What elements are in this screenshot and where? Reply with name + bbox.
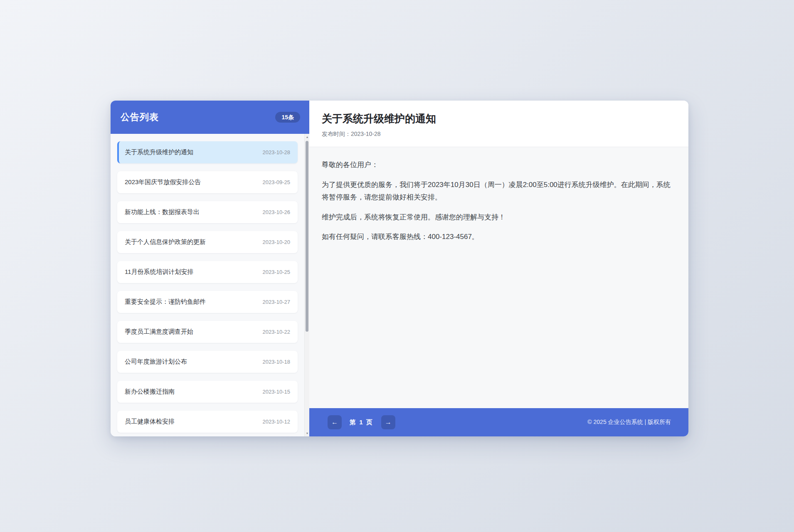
announcement-list-item[interactable]: 新办公楼搬迁指南 2023-10-15 [117, 381, 298, 403]
announcement-item-title: 新功能上线：数据报表导出 [125, 208, 200, 216]
announcement-item-title: 重要安全提示：谨防钓鱼邮件 [125, 298, 206, 306]
body-paragraph: 为了提供更优质的服务，我们将于2023年10月30日（周一）凌晨2:00至5:0… [322, 179, 676, 204]
announcement-item-date: 2023-10-18 [263, 359, 291, 365]
announcement-body: 尊敬的各位用户： 为了提供更优质的服务，我们将于2023年10月30日（周一）凌… [309, 147, 688, 408]
announcement-item-date: 2023-09-25 [263, 179, 291, 185]
announcement-item-date: 2023-10-25 [263, 269, 291, 275]
announcement-item-date: 2023-10-12 [263, 419, 291, 425]
main-panel: 关于系统升级维护的通知 发布时间：2023-10-28 尊敬的各位用户： 为了提… [309, 101, 688, 436]
announcement-list-item[interactable]: 员工健康体检安排 2023-10-12 [117, 411, 298, 433]
footer-bar: ← 第 1 页 → © 2025 企业公告系统 | 版权所有 [309, 408, 688, 436]
published-date: 发布时间：2023-10-28 [322, 131, 676, 138]
sidebar-header: 公告列表 15条 [111, 101, 309, 134]
list-scrollbar[interactable]: ▲ ▼ [304, 134, 309, 436]
announcement-item-date: 2023-10-28 [263, 149, 291, 155]
announcement-list-items: 关于系统升级维护的通知 2023-10-28 2023年国庆节放假安排公告 20… [111, 134, 304, 436]
announcement-app-card: 公告列表 15条 关于系统升级维护的通知 2023-10-28 2023年国庆节… [111, 101, 688, 436]
page-indicator: 第 1 页 [350, 419, 373, 426]
announcement-item-title: 关于系统升级维护的通知 [125, 148, 193, 156]
announcement-count-badge: 15条 [275, 112, 300, 123]
announcement-item-title: 2023年国庆节放假安排公告 [125, 178, 201, 186]
body-paragraph: 如有任何疑问，请联系客服热线：400-123-4567。 [322, 231, 676, 244]
announcement-list-item[interactable]: 季度员工满意度调查开始 2023-10-22 [117, 321, 298, 343]
announcement-item-title: 公司年度旅游计划公布 [125, 358, 187, 366]
announcement-item-date: 2023-10-20 [263, 239, 291, 245]
announcement-list-item[interactable]: 重要安全提示：谨防钓鱼邮件 2023-10-27 [117, 291, 298, 313]
announcement-list-item[interactable]: 关于个人信息保护政策的更新 2023-10-20 [117, 231, 298, 253]
scroll-down-icon[interactable]: ▼ [305, 430, 309, 436]
body-paragraph: 尊敬的各位用户： [322, 159, 676, 172]
announcement-item-date: 2023-10-26 [263, 209, 291, 215]
announcement-item-title: 员工健康体检安排 [125, 418, 175, 426]
sidebar-title: 公告列表 [121, 111, 159, 123]
prev-page-button[interactable]: ← [328, 415, 342, 429]
copyright-text: © 2025 企业公告系统 | 版权所有 [587, 419, 671, 426]
announcement-list-item[interactable]: 关于系统升级维护的通知 2023-10-28 [117, 141, 298, 163]
pagination: ← 第 1 页 → [328, 415, 395, 429]
scrollbar-thumb[interactable] [306, 141, 308, 332]
announcement-item-title: 11月份系统培训计划安排 [125, 268, 194, 276]
announcement-list-item[interactable]: 新功能上线：数据报表导出 2023-10-26 [117, 201, 298, 223]
announcement-item-date: 2023-10-15 [263, 389, 291, 395]
announcement-item-date: 2023-10-27 [263, 299, 291, 305]
announcement-list-item[interactable]: 2023年国庆节放假安排公告 2023-09-25 [117, 171, 298, 193]
body-paragraph: 维护完成后，系统将恢复正常使用。感谢您的理解与支持！ [322, 211, 676, 224]
scroll-up-icon[interactable]: ▲ [305, 134, 309, 140]
announcement-item-date: 2023-10-22 [263, 329, 291, 335]
announcement-detail-header: 关于系统升级维护的通知 发布时间：2023-10-28 [309, 101, 688, 147]
announcement-item-title: 季度员工满意度调查开始 [125, 328, 193, 336]
announcement-detail-title: 关于系统升级维护的通知 [322, 112, 676, 126]
announcement-list-item[interactable]: 公司年度旅游计划公布 2023-10-18 [117, 351, 298, 373]
announcement-list-item[interactable]: 11月份系统培训计划安排 2023-10-25 [117, 261, 298, 283]
sidebar: 公告列表 15条 关于系统升级维护的通知 2023-10-28 2023年国庆节… [111, 101, 309, 436]
next-page-button[interactable]: → [381, 415, 395, 429]
announcement-list: 关于系统升级维护的通知 2023-10-28 2023年国庆节放假安排公告 20… [111, 134, 309, 436]
announcement-item-title: 新办公楼搬迁指南 [125, 388, 175, 396]
announcement-item-title: 关于个人信息保护政策的更新 [125, 238, 206, 246]
